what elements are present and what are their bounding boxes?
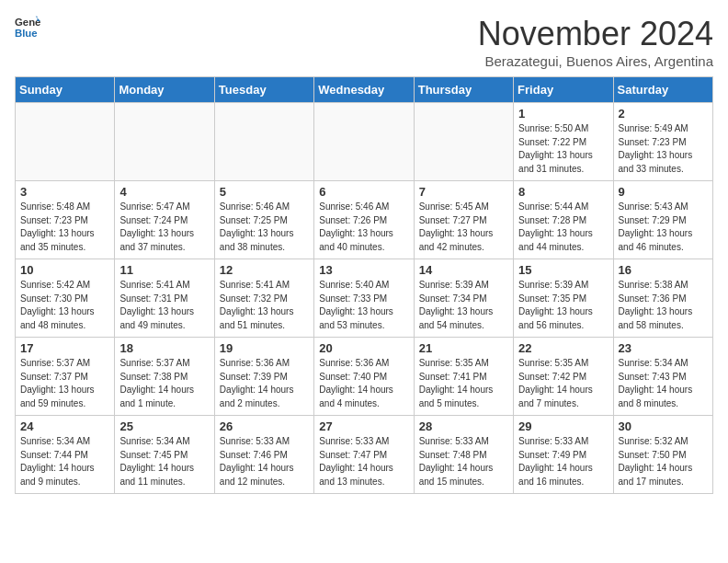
- weekday-header-saturday: Saturday: [613, 77, 712, 103]
- day-info: Sunrise: 5:48 AM Sunset: 7:23 PM Dayligh…: [20, 201, 109, 254]
- day-number: 12: [220, 263, 309, 277]
- day-number: 17: [20, 341, 109, 355]
- calendar-cell: 13Sunrise: 5:40 AM Sunset: 7:33 PM Dayli…: [314, 259, 414, 338]
- day-number: 19: [220, 341, 309, 355]
- calendar-cell: 2Sunrise: 5:49 AM Sunset: 7:23 PM Daylig…: [613, 103, 712, 181]
- day-info: Sunrise: 5:44 AM Sunset: 7:28 PM Dayligh…: [518, 201, 608, 254]
- weekday-header-tuesday: Tuesday: [214, 77, 313, 103]
- day-number: 18: [119, 341, 209, 355]
- weekday-header-sunday: Sunday: [16, 77, 115, 103]
- day-number: 23: [619, 341, 708, 355]
- day-number: 14: [419, 263, 508, 277]
- day-info: Sunrise: 5:39 AM Sunset: 7:34 PM Dayligh…: [419, 279, 508, 332]
- calendar-cell: 6Sunrise: 5:46 AM Sunset: 7:26 PM Daylig…: [314, 181, 414, 259]
- calendar-cell: 19Sunrise: 5:36 AM Sunset: 7:39 PM Dayli…: [214, 338, 313, 416]
- calendar-cell: 29Sunrise: 5:33 AM Sunset: 7:49 PM Dayli…: [514, 416, 613, 494]
- day-info: Sunrise: 5:42 AM Sunset: 7:30 PM Dayligh…: [20, 279, 109, 332]
- day-info: Sunrise: 5:34 AM Sunset: 7:43 PM Dayligh…: [619, 357, 708, 410]
- day-number: 3: [20, 185, 109, 199]
- weekday-header-thursday: Thursday: [414, 77, 513, 103]
- day-number: 28: [419, 419, 508, 433]
- weekday-header-friday: Friday: [514, 77, 613, 103]
- calendar-cell: 18Sunrise: 5:37 AM Sunset: 7:38 PM Dayli…: [115, 338, 214, 416]
- calendar-cell: 22Sunrise: 5:35 AM Sunset: 7:42 PM Dayli…: [514, 338, 613, 416]
- day-number: 26: [220, 419, 309, 433]
- day-number: 7: [419, 185, 508, 199]
- calendar-cell: 4Sunrise: 5:47 AM Sunset: 7:24 PM Daylig…: [115, 181, 214, 259]
- month-title: November 2024: [478, 15, 713, 53]
- day-info: Sunrise: 5:41 AM Sunset: 7:32 PM Dayligh…: [220, 279, 309, 332]
- day-info: Sunrise: 5:34 AM Sunset: 7:44 PM Dayligh…: [20, 435, 109, 488]
- calendar-cell: 11Sunrise: 5:41 AM Sunset: 7:31 PM Dayli…: [115, 259, 214, 338]
- calendar-cell: 9Sunrise: 5:43 AM Sunset: 7:29 PM Daylig…: [613, 181, 712, 259]
- calendar-cell: 21Sunrise: 5:35 AM Sunset: 7:41 PM Dayli…: [414, 338, 513, 416]
- weekday-header-row: SundayMondayTuesdayWednesdayThursdayFrid…: [16, 77, 713, 103]
- calendar-cell: 24Sunrise: 5:34 AM Sunset: 7:44 PM Dayli…: [16, 416, 115, 494]
- calendar-cell: 23Sunrise: 5:34 AM Sunset: 7:43 PM Dayli…: [613, 338, 712, 416]
- day-info: Sunrise: 5:49 AM Sunset: 7:23 PM Dayligh…: [619, 122, 708, 176]
- day-info: Sunrise: 5:36 AM Sunset: 7:39 PM Dayligh…: [220, 357, 309, 410]
- day-info: Sunrise: 5:41 AM Sunset: 7:31 PM Dayligh…: [119, 279, 209, 332]
- day-info: Sunrise: 5:33 AM Sunset: 7:48 PM Dayligh…: [419, 435, 508, 488]
- day-number: 1: [518, 107, 608, 121]
- day-info: Sunrise: 5:33 AM Sunset: 7:47 PM Dayligh…: [319, 435, 408, 488]
- calendar-cell: 7Sunrise: 5:45 AM Sunset: 7:27 PM Daylig…: [414, 181, 513, 259]
- day-info: Sunrise: 5:46 AM Sunset: 7:26 PM Dayligh…: [319, 201, 408, 254]
- svg-text:Blue: Blue: [15, 28, 38, 39]
- day-info: Sunrise: 5:33 AM Sunset: 7:46 PM Dayligh…: [220, 435, 309, 488]
- calendar-cell: [16, 103, 115, 181]
- day-info: Sunrise: 5:38 AM Sunset: 7:36 PM Dayligh…: [619, 279, 708, 332]
- calendar-cell: 20Sunrise: 5:36 AM Sunset: 7:40 PM Dayli…: [314, 338, 414, 416]
- day-number: 11: [119, 263, 209, 277]
- header: General Blue November 2024 Berazategui, …: [15, 15, 713, 69]
- day-info: Sunrise: 5:35 AM Sunset: 7:42 PM Dayligh…: [518, 357, 608, 410]
- day-number: 13: [319, 263, 408, 277]
- calendar-cell: 5Sunrise: 5:46 AM Sunset: 7:25 PM Daylig…: [214, 181, 313, 259]
- calendar-cell: 16Sunrise: 5:38 AM Sunset: 7:36 PM Dayli…: [613, 259, 712, 338]
- week-row-4: 17Sunrise: 5:37 AM Sunset: 7:37 PM Dayli…: [16, 338, 713, 416]
- day-info: Sunrise: 5:37 AM Sunset: 7:37 PM Dayligh…: [20, 357, 109, 410]
- calendar-cell: [214, 103, 313, 181]
- day-number: 8: [518, 185, 608, 199]
- day-number: 30: [619, 419, 708, 433]
- calendar-table: SundayMondayTuesdayWednesdayThursdayFrid…: [15, 76, 713, 494]
- day-info: Sunrise: 5:46 AM Sunset: 7:25 PM Dayligh…: [220, 201, 309, 254]
- calendar-cell: 15Sunrise: 5:39 AM Sunset: 7:35 PM Dayli…: [514, 259, 613, 338]
- calendar-cell: 17Sunrise: 5:37 AM Sunset: 7:37 PM Dayli…: [16, 338, 115, 416]
- day-number: 22: [518, 341, 608, 355]
- logo: General Blue: [15, 15, 40, 40]
- day-info: Sunrise: 5:50 AM Sunset: 7:22 PM Dayligh…: [518, 122, 608, 176]
- day-number: 5: [220, 185, 309, 199]
- day-info: Sunrise: 5:37 AM Sunset: 7:38 PM Dayligh…: [119, 357, 209, 410]
- calendar-cell: [314, 103, 414, 181]
- day-number: 25: [119, 419, 209, 433]
- calendar-cell: 14Sunrise: 5:39 AM Sunset: 7:34 PM Dayli…: [414, 259, 513, 338]
- day-info: Sunrise: 5:33 AM Sunset: 7:49 PM Dayligh…: [518, 435, 608, 488]
- day-number: 20: [319, 341, 408, 355]
- title-area: November 2024 Berazategui, Buenos Aires,…: [478, 15, 713, 69]
- day-number: 4: [119, 185, 209, 199]
- calendar-cell: 8Sunrise: 5:44 AM Sunset: 7:28 PM Daylig…: [514, 181, 613, 259]
- day-number: 16: [619, 263, 708, 277]
- calendar-cell: 30Sunrise: 5:32 AM Sunset: 7:50 PM Dayli…: [613, 416, 712, 494]
- calendar-cell: [115, 103, 214, 181]
- day-info: Sunrise: 5:40 AM Sunset: 7:33 PM Dayligh…: [319, 279, 408, 332]
- calendar-cell: 28Sunrise: 5:33 AM Sunset: 7:48 PM Dayli…: [414, 416, 513, 494]
- day-info: Sunrise: 5:45 AM Sunset: 7:27 PM Dayligh…: [419, 201, 508, 254]
- week-row-1: 1Sunrise: 5:50 AM Sunset: 7:22 PM Daylig…: [16, 103, 713, 181]
- calendar-cell: 27Sunrise: 5:33 AM Sunset: 7:47 PM Dayli…: [314, 416, 414, 494]
- day-number: 10: [20, 263, 109, 277]
- day-info: Sunrise: 5:35 AM Sunset: 7:41 PM Dayligh…: [419, 357, 508, 410]
- day-number: 24: [20, 419, 109, 433]
- day-number: 27: [319, 419, 408, 433]
- day-info: Sunrise: 5:34 AM Sunset: 7:45 PM Dayligh…: [119, 435, 209, 488]
- logo-icon: General Blue: [15, 15, 40, 40]
- calendar-cell: [414, 103, 513, 181]
- day-info: Sunrise: 5:32 AM Sunset: 7:50 PM Dayligh…: [619, 435, 708, 488]
- calendar-cell: 26Sunrise: 5:33 AM Sunset: 7:46 PM Dayli…: [214, 416, 313, 494]
- weekday-header-wednesday: Wednesday: [314, 77, 414, 103]
- day-info: Sunrise: 5:36 AM Sunset: 7:40 PM Dayligh…: [319, 357, 408, 410]
- week-row-2: 3Sunrise: 5:48 AM Sunset: 7:23 PM Daylig…: [16, 181, 713, 259]
- day-number: 2: [619, 107, 708, 121]
- day-number: 6: [319, 185, 408, 199]
